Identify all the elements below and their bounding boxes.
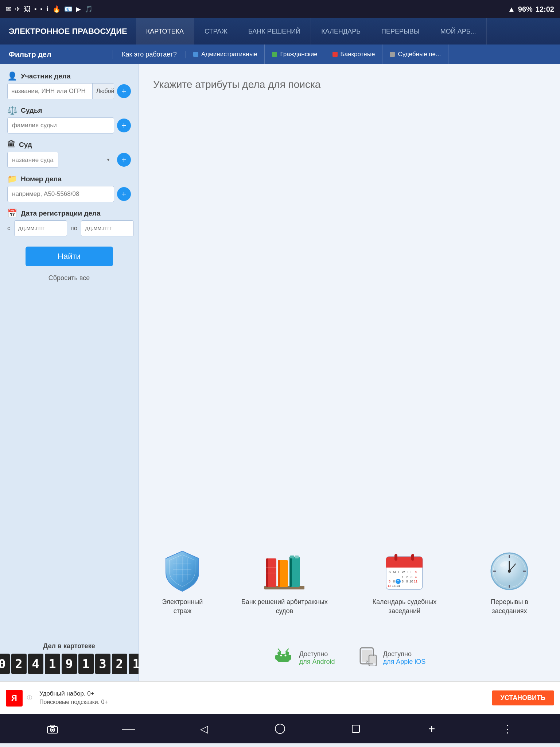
court-field-group: 🏛 Суд название суда + (7, 140, 131, 168)
court-select[interactable]: название суда (7, 152, 58, 168)
participant-label: 👤 Участник дела (7, 71, 131, 81)
svg-rect-76 (352, 725, 359, 732)
ad-line2: Поисковые подсказки. 0+ (39, 698, 487, 706)
svg-text:10: 10 (409, 580, 413, 583)
svg-text:4: 4 (415, 575, 417, 579)
svg-rect-16 (295, 556, 299, 558)
svg-text:5: 5 (389, 580, 390, 583)
svg-point-75 (275, 724, 285, 734)
status-bar: ✉ ✈ 🖼 ▪ ▪ ℹ 🔥 📧 ▶ 🎵 ▲ 96% 12:02 (0, 0, 560, 18)
feature-shield[interactable]: Электронный страж (153, 549, 212, 616)
case-type-bankrupt[interactable]: Банкротные (325, 44, 383, 64)
play-icon: ▶ (76, 5, 81, 13)
image-icon: 🖼 (24, 5, 31, 13)
svg-text:1: 1 (402, 575, 404, 579)
ad-install-button[interactable]: УСТАНОВИТЬ (492, 690, 554, 705)
nav-tab-calendar[interactable]: КАЛЕНДАРЬ (311, 18, 371, 44)
judge-input-row: + (7, 117, 131, 133)
court-add-button[interactable]: + (117, 153, 131, 167)
square-icon2: ▪ (40, 5, 42, 13)
main-layout: 👤 Участник дела Любой ▼ + ⚖️ Судья (0, 64, 560, 681)
how-it-works-link[interactable]: Как это работает? (113, 51, 186, 58)
svg-rect-14 (289, 557, 292, 587)
ios-store[interactable]: Доступно для Apple iOS (357, 646, 425, 670)
status-bar-icons: ✉ ✈ 🖼 ▪ ▪ ℹ 🔥 📧 ▶ 🎵 (6, 5, 93, 13)
judge-label: ⚖️ Судья (7, 106, 131, 115)
participant-input[interactable] (8, 84, 92, 99)
back-line-button[interactable]: — (117, 718, 139, 740)
status-bar-right: ▲ 96% 12:02 (508, 5, 554, 13)
recents-button[interactable] (345, 718, 367, 740)
case-type-tabs: Административные Гражданские Банкротные … (186, 44, 448, 64)
back-button[interactable]: ◁ (193, 718, 215, 740)
feature-calendar[interactable]: S M T W T F S 1 2 3 4 5 6 (357, 549, 452, 616)
home-button[interactable] (269, 718, 291, 740)
participant-icon: 👤 (7, 71, 17, 81)
svg-rect-20 (394, 554, 397, 561)
case-type-civil[interactable]: Гражданские (265, 44, 325, 64)
svg-rect-19 (386, 562, 423, 568)
counter-digits: 0 2 4 1 9 1 3 2 1 (0, 654, 144, 674)
feature-clock-label: Перерывы в заседаниях (474, 597, 545, 616)
square-icon1: ▪ (34, 5, 36, 13)
filter-label: Фильтр дел (0, 50, 113, 59)
participant-type-label: Любой (96, 88, 114, 94)
feature-books[interactable]: Банк решений арбитражных судов (234, 549, 335, 616)
svg-text:T: T (397, 570, 400, 574)
participant-field-group: 👤 Участник дела Любой ▼ + (7, 71, 131, 99)
svg-rect-12 (278, 560, 280, 587)
svg-text:13: 13 (392, 584, 396, 588)
svg-text:9: 9 (406, 580, 408, 583)
participant-input-row: Любой ▼ + (7, 83, 131, 99)
case-number-add-button[interactable]: + (117, 187, 131, 201)
nav-tab-strazh[interactable]: СТРАЖ (194, 18, 238, 44)
svg-line-64 (286, 649, 288, 652)
android-link[interactable]: для Android (299, 658, 335, 666)
dot-admin (193, 52, 198, 57)
feature-clock[interactable]: Перерывы в заседаниях (474, 549, 545, 616)
svg-text:11: 11 (414, 580, 417, 583)
case-type-judicial[interactable]: Судебные пе... (382, 44, 448, 64)
nav-tab-bank[interactable]: БАНК РЕШЕНИЙ (238, 18, 311, 44)
search-button[interactable]: Найти (26, 247, 113, 266)
case-number-label: 📁 Номер дела (7, 174, 131, 184)
more-button[interactable]: ⋮ (497, 718, 518, 740)
nav-tab-breaks[interactable]: ПЕРЕРЫВЫ (371, 18, 430, 44)
case-type-civil-label: Гражданские (280, 51, 317, 58)
date-from-input[interactable] (14, 220, 67, 236)
svg-text:F: F (411, 570, 413, 574)
svg-text:3: 3 (411, 575, 412, 579)
yandex-ad-icon: Я (6, 690, 23, 707)
camera-button[interactable] (42, 718, 63, 740)
judge-add-button[interactable]: + (117, 119, 131, 132)
svg-text:M: M (393, 570, 396, 574)
case-type-admin[interactable]: Административные (186, 44, 265, 64)
svg-rect-21 (411, 554, 414, 561)
date-to-input[interactable] (81, 220, 134, 236)
judge-input[interactable] (7, 117, 114, 133)
wifi-icon: ▲ (508, 5, 515, 13)
plus-button[interactable]: + (421, 718, 443, 740)
feature-books-label: Банк решений арбитражных судов (234, 597, 335, 616)
ios-link[interactable]: для Apple iOS (383, 658, 425, 666)
mail-icon: ✉ (6, 5, 11, 13)
svg-text:6: 6 (393, 580, 395, 583)
digit-2: 4 (28, 654, 43, 674)
svg-text:S: S (415, 570, 417, 574)
court-input-row: название суда + (7, 152, 131, 168)
flame-icon: 🔥 (52, 5, 61, 13)
participant-type-select[interactable]: Любой ▼ (92, 84, 114, 99)
reset-button[interactable]: Сбросить все (48, 274, 90, 282)
svg-point-61 (280, 655, 282, 657)
participant-add-button[interactable]: + (117, 84, 131, 98)
ad-info-icon: ⓘ (27, 695, 32, 701)
android-icon (273, 645, 293, 670)
case-number-input[interactable] (7, 186, 114, 202)
svg-rect-69 (370, 656, 376, 663)
nav-tab-user[interactable]: МОЙ АРБ... (430, 18, 487, 44)
android-store[interactable]: Доступно для Android (273, 645, 335, 670)
bottom-nav: — ◁ + ⋮ (0, 714, 560, 743)
nav-tab-kartoteka[interactable]: КАРТОТЕКА (136, 18, 194, 44)
court-select-wrapper: название суда (7, 152, 114, 168)
digit-6: 3 (95, 654, 110, 674)
